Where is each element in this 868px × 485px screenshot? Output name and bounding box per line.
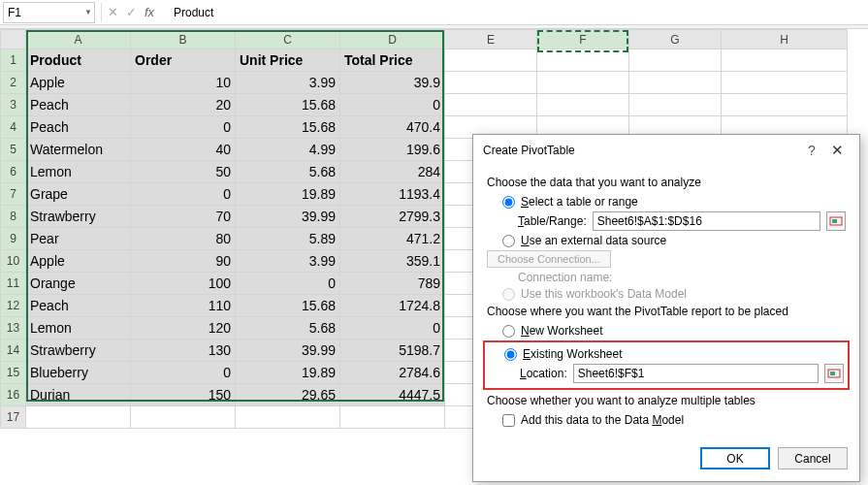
cell[interactable]: 0	[131, 362, 236, 384]
radio-external-source[interactable]: Use an external data source	[502, 234, 846, 247]
cell[interactable]: 5.89	[236, 228, 340, 250]
row-header[interactable]: 8	[1, 206, 26, 228]
col-header-E[interactable]: E	[445, 30, 537, 49]
radio-new-ws-input[interactable]	[502, 325, 515, 338]
select-all-corner[interactable]	[1, 30, 26, 49]
cell[interactable]: Peach	[26, 116, 131, 139]
cell[interactable]: 19.89	[236, 362, 340, 384]
cell[interactable]: 39.99	[236, 206, 340, 228]
row-header[interactable]: 14	[1, 340, 26, 362]
cell[interactable]: 70	[131, 206, 236, 228]
cell[interactable]: 0	[236, 273, 340, 295]
cell[interactable]: 2784.6	[340, 362, 445, 384]
row-header[interactable]: 4	[1, 116, 26, 139]
row-header[interactable]: 17	[1, 406, 26, 429]
name-box-dropdown-icon[interactable]: ▼	[84, 8, 92, 16]
cell[interactable]: 10	[131, 72, 236, 94]
row-header[interactable]: 13	[1, 317, 26, 340]
cell[interactable]: Strawberry	[26, 206, 131, 228]
cell[interactable]: 471.2	[340, 228, 445, 250]
row-header[interactable]: 15	[1, 362, 26, 384]
cell[interactable]: Lemon	[26, 161, 131, 183]
cell[interactable]: 20	[131, 94, 236, 116]
table-range-input[interactable]	[593, 211, 820, 231]
radio-external-input[interactable]	[502, 235, 515, 247]
location-input[interactable]	[573, 364, 819, 383]
cell[interactable]: 2799.3	[340, 206, 445, 228]
row-header[interactable]: 5	[1, 139, 26, 161]
cell[interactable]	[340, 406, 445, 429]
cell[interactable]: 3.99	[236, 72, 340, 94]
cell[interactable]: Unit Price	[236, 49, 340, 72]
cell[interactable]: 15.68	[236, 295, 340, 317]
cancel-button[interactable]: Cancel	[778, 447, 848, 469]
cell[interactable]: 0	[131, 116, 236, 139]
cell[interactable]	[722, 72, 848, 94]
radio-new-worksheet[interactable]: New Worksheet	[502, 324, 846, 338]
cell[interactable]: 284	[340, 161, 445, 183]
cell[interactable]: 15.68	[236, 116, 340, 139]
fx-icon[interactable]: fx	[145, 5, 154, 19]
cell[interactable]: Grape	[26, 183, 131, 206]
cell[interactable]: 39.99	[236, 340, 340, 362]
cell[interactable]: 4.99	[236, 139, 340, 161]
cell[interactable]: 0	[340, 94, 445, 116]
collapse-location-icon[interactable]	[824, 364, 844, 383]
cell[interactable]: Strawberry	[26, 340, 131, 362]
row-header[interactable]: 3	[1, 94, 26, 116]
name-box[interactable]: F1 ▼	[3, 2, 95, 23]
col-header-B[interactable]: B	[131, 30, 236, 49]
cell[interactable]: Orange	[26, 273, 131, 295]
cell[interactable]: 0	[131, 183, 236, 206]
cell[interactable]: Pear	[26, 228, 131, 250]
cell[interactable]: 29.65	[236, 384, 340, 406]
cell[interactable]: Peach	[26, 94, 131, 116]
row-header[interactable]: 1	[1, 49, 26, 72]
row-header[interactable]: 10	[1, 250, 26, 273]
cell[interactable]: 789	[340, 273, 445, 295]
cell[interactable]	[236, 406, 340, 429]
cell[interactable]: Total Price	[340, 49, 445, 72]
row-header[interactable]: 11	[1, 273, 26, 295]
row-header[interactable]: 16	[1, 384, 26, 406]
row-header[interactable]: 9	[1, 228, 26, 250]
cell[interactable]: Peach	[26, 295, 131, 317]
collapse-range-icon[interactable]	[826, 211, 846, 231]
col-header-H[interactable]: H	[722, 30, 848, 49]
cell[interactable]: 39.9	[340, 72, 445, 94]
close-icon[interactable]: ✕	[824, 142, 850, 159]
cell[interactable]: 0	[340, 317, 445, 340]
cell[interactable]: Order	[131, 49, 236, 72]
cell[interactable]: 40	[131, 139, 236, 161]
cell[interactable]	[445, 72, 537, 94]
radio-select-table-input[interactable]	[502, 196, 515, 209]
cell[interactable]: 90	[131, 250, 236, 273]
cell[interactable]	[722, 94, 848, 116]
cell[interactable]: 120	[131, 317, 236, 340]
cell-F1[interactable]	[537, 49, 629, 72]
row-header[interactable]: 6	[1, 161, 26, 183]
cell[interactable]: Apple	[26, 250, 131, 273]
radio-existing-ws-input[interactable]	[504, 348, 517, 361]
cell[interactable]: 130	[131, 340, 236, 362]
cell[interactable]: 19.89	[236, 183, 340, 206]
cell[interactable]: 15.68	[236, 94, 340, 116]
checkbox-add-data-model-input[interactable]	[502, 414, 515, 427]
radio-existing-worksheet[interactable]: Existing Worksheet	[504, 347, 844, 361]
cell[interactable]	[537, 72, 629, 94]
cell[interactable]: Apple	[26, 72, 131, 94]
cell[interactable]	[629, 94, 722, 116]
cell[interactable]: Blueberry	[26, 362, 131, 384]
cell[interactable]: 1724.8	[340, 295, 445, 317]
cell[interactable]	[445, 49, 537, 72]
cell[interactable]: 470.4	[340, 116, 445, 139]
radio-select-table[interactable]: Select a table or range	[502, 195, 846, 209]
col-header-G[interactable]: G	[629, 30, 722, 49]
cell[interactable]: Watermelon	[26, 139, 131, 161]
formula-input[interactable]	[166, 2, 868, 23]
cell[interactable]: 110	[131, 295, 236, 317]
cell[interactable]: 359.1	[340, 250, 445, 273]
cell[interactable]: 5198.7	[340, 340, 445, 362]
cell[interactable]	[131, 406, 236, 429]
cell[interactable]	[537, 94, 629, 116]
